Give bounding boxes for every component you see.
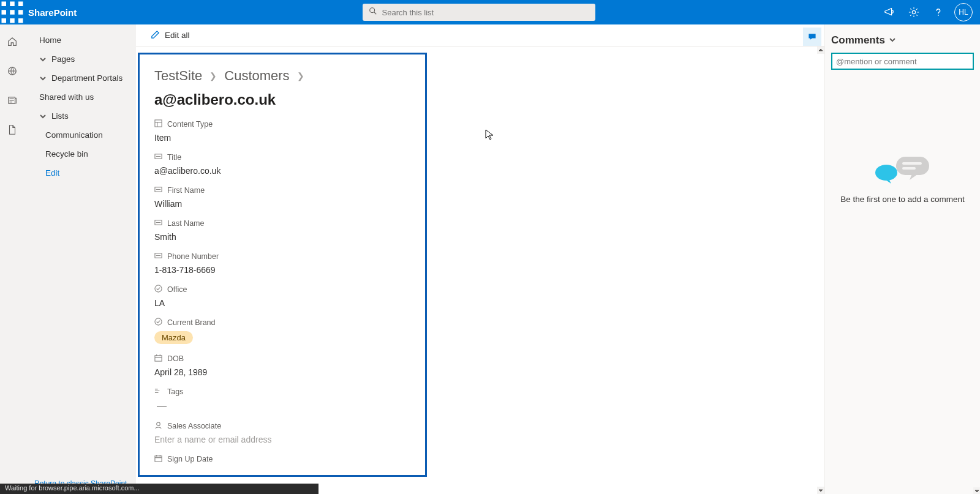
nav-department-portals[interactable]: Department Portals: [29, 69, 134, 88]
svg-rect-6: [2, 18, 7, 23]
svg-rect-25: [896, 157, 929, 175]
field-label-text: Last Name: [167, 219, 204, 228]
scroll-up-arrow[interactable]: [817, 47, 824, 54]
rail-home-icon[interactable]: [5, 34, 20, 49]
field-office[interactable]: Office LA: [154, 285, 410, 308]
chevron-down-icon: [39, 75, 47, 82]
edit-all-button[interactable]: Edit all: [151, 30, 190, 41]
field-content-type[interactable]: Content Type Item: [154, 119, 410, 143]
comments-header[interactable]: Comments: [831, 34, 974, 47]
field-label-text: Phone Number: [167, 252, 219, 261]
field-value: a@aclibero.co.uk: [154, 166, 410, 176]
rail-files-icon[interactable]: [5, 122, 20, 137]
rail-news-icon[interactable]: [5, 93, 20, 108]
suite-bar: SharePoint HL: [0, 0, 980, 24]
search-input[interactable]: [382, 8, 589, 17]
text-icon: [154, 252, 162, 261]
svg-point-20: [155, 285, 162, 292]
field-label-text: First Name: [167, 186, 205, 195]
comments-empty-state: Be the first one to add a comment: [831, 70, 974, 488]
layout-icon: [154, 119, 162, 129]
field-dob[interactable]: DOB April 28, 1989: [154, 354, 410, 377]
mouse-cursor-icon: [485, 129, 494, 140]
field-value: Smith: [154, 232, 410, 242]
chevron-down-icon: [889, 34, 896, 47]
crumb-site[interactable]: TestSite: [154, 68, 202, 84]
crumb-current: a@aclibero.co.uk: [154, 91, 276, 108]
field-label-text: Content Type: [167, 120, 213, 129]
field-tags[interactable]: Tags —: [154, 387, 410, 411]
brand-pill: Mazda: [154, 331, 193, 344]
brand-label[interactable]: SharePoint: [24, 7, 80, 18]
text-icon: [154, 185, 162, 195]
text-icon: [154, 219, 162, 228]
nav-recycle-bin[interactable]: Recycle bin: [29, 144, 134, 163]
toggle-comments-button[interactable]: [803, 28, 821, 46]
crumb-list[interactable]: Customers: [224, 68, 289, 84]
field-first-name[interactable]: First Name William: [154, 185, 410, 209]
nav-label: Pages: [51, 54, 75, 64]
svg-rect-8: [18, 18, 23, 23]
cmd-label: Edit all: [165, 31, 190, 40]
rail-globe-icon[interactable]: [5, 64, 20, 78]
field-value: April 28, 1989: [154, 367, 410, 377]
nav-label: Edit: [45, 168, 59, 178]
svg-rect-15: [155, 120, 162, 127]
field-phone-number[interactable]: Phone Number 1-813-718-6669: [154, 252, 410, 275]
scroll-down-arrow[interactable]: [817, 487, 824, 494]
browser-status-bar: Waiting for browser.pipe.aria.microsoft.…: [0, 484, 318, 494]
app-launcher-button[interactable]: [0, 0, 24, 24]
svg-point-28: [875, 165, 897, 181]
nav-label: Communication: [45, 130, 103, 140]
svg-rect-4: [10, 10, 15, 15]
svg-rect-1: [10, 2, 15, 7]
help-icon[interactable]: [926, 0, 951, 24]
megaphone-icon[interactable]: [877, 0, 902, 24]
nav-pages[interactable]: Pages: [29, 50, 134, 69]
svg-point-11: [912, 10, 915, 13]
comment-input[interactable]: [831, 53, 974, 70]
svg-rect-26: [902, 162, 922, 165]
field-title[interactable]: Title a@aclibero.co.uk: [154, 152, 410, 176]
command-bar: Edit all: [136, 24, 824, 47]
field-sign-up-date[interactable]: Sign Up Date: [154, 454, 410, 464]
search-box[interactable]: [363, 4, 595, 21]
chevron-down-icon: [39, 56, 47, 63]
field-label-text: Tags: [167, 387, 183, 396]
svg-point-23: [157, 422, 160, 426]
svg-line-10: [374, 12, 376, 15]
user-avatar[interactable]: HL: [954, 3, 973, 21]
field-value: Item: [154, 133, 410, 143]
content-scroll[interactable]: TestSite ❯ Customers ❯ a@aclibero.co.uk …: [136, 47, 824, 494]
svg-point-21: [155, 318, 162, 325]
main-column: Edit all TestSite ❯ Customers ❯ a@aclibe…: [136, 24, 824, 494]
svg-rect-0: [2, 2, 7, 7]
field-value: William: [154, 199, 410, 209]
pencil-icon: [151, 30, 160, 41]
field-sales-associate[interactable]: Sales Associate Enter a name or email ad…: [154, 421, 410, 444]
field-last-name[interactable]: Last Name Smith: [154, 219, 410, 242]
app-rail: [0, 24, 24, 494]
calendar-icon: [154, 354, 162, 364]
nav-shared-with-us[interactable]: Shared with us: [29, 88, 134, 107]
field-placeholder[interactable]: Enter a name or email address: [154, 435, 410, 444]
field-current-brand[interactable]: Current Brand Mazda: [154, 318, 410, 344]
scroll-down-arrow[interactable]: [973, 487, 980, 494]
nav-edit-link[interactable]: Edit: [29, 163, 134, 182]
nav-label: Department Portals: [51, 73, 123, 83]
nav-lists[interactable]: Lists: [29, 107, 134, 125]
settings-gear-icon[interactable]: [902, 0, 926, 24]
nav-communication[interactable]: Communication: [29, 125, 134, 144]
tag-icon: [154, 387, 162, 397]
svg-point-12: [938, 15, 939, 16]
field-label-text: Title: [167, 153, 181, 162]
empty-comments-message: Be the first one to add a comment: [840, 195, 965, 204]
field-value: 1-813-718-6669: [154, 265, 410, 275]
field-label-text: Sales Associate: [167, 422, 221, 430]
nav-label: Home: [39, 36, 61, 45]
chevron-down-icon: [39, 113, 47, 120]
chevron-right-icon: ❯: [297, 71, 304, 81]
nav-home[interactable]: Home: [29, 31, 134, 50]
choice-icon: [154, 285, 162, 294]
chevron-right-icon: ❯: [209, 71, 217, 81]
